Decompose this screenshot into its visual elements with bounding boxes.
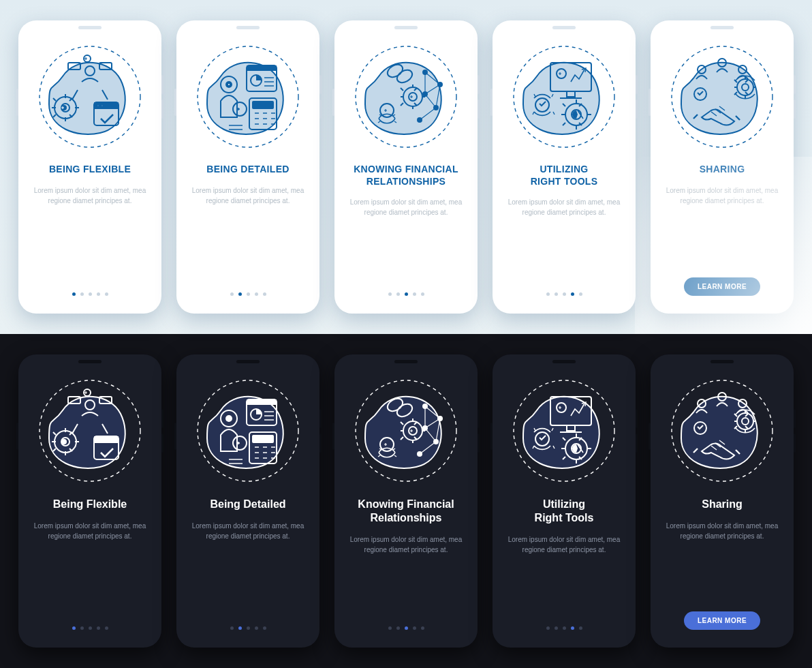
slide-title: BEING FLEXIBLE: [49, 164, 131, 176]
pagination-dot[interactable]: [105, 292, 108, 296]
pagination-dot[interactable]: [89, 626, 92, 630]
pagination-dot[interactable]: [421, 292, 424, 296]
tools-illustration-icon: [510, 376, 619, 485]
slide-body: Lorem ipsum dolor sit dim amet, mea regi…: [503, 197, 625, 217]
pagination-dot[interactable]: [579, 626, 582, 630]
pagination-dot[interactable]: [80, 626, 84, 630]
phone-side-button: [319, 75, 322, 94]
pagination-dot[interactable]: [563, 292, 566, 296]
svg-rect-20: [252, 101, 274, 109]
phone-side-button: [649, 89, 651, 116]
pagination-dot[interactable]: [413, 292, 416, 296]
learn-more-button[interactable]: LEARN MORE: [684, 277, 760, 296]
pagination-dot[interactable]: [546, 292, 550, 296]
slide-body: Lorem ipsum dolor sit dim amet, mea regi…: [661, 185, 783, 206]
pagination-dots: [388, 292, 424, 296]
phone-tools-light: UTILIZINGRIGHT TOOLS Lorem ipsum dolor s…: [493, 20, 636, 314]
pagination-dot[interactable]: [388, 626, 392, 630]
pagination-dot[interactable]: [255, 626, 258, 630]
phone-detailed-light: BEING DETAILED Lorem ipsum dolor sit dim…: [176, 20, 319, 314]
pagination-dot[interactable]: [72, 626, 76, 630]
pagination-dot[interactable]: [563, 626, 566, 630]
phone-side-button: [794, 409, 796, 428]
pagination-dots: [72, 292, 108, 296]
phone-side-button: [174, 423, 176, 450]
relationships-illustration-icon: [352, 376, 460, 485]
svg-point-58: [102, 439, 104, 441]
pagination-dot[interactable]: [405, 292, 408, 296]
phone-notch: [236, 360, 260, 363]
pagination-dot[interactable]: [97, 626, 100, 630]
pagination-dot[interactable]: [263, 292, 266, 296]
pagination-dot[interactable]: [89, 292, 92, 296]
pagination-dot[interactable]: [555, 626, 558, 630]
pagination-dot[interactable]: [238, 626, 242, 630]
svg-point-10: [97, 105, 99, 107]
phone-side-button: [161, 75, 163, 94]
phone-notch: [710, 360, 734, 363]
pagination-dot[interactable]: [571, 292, 574, 296]
phone-tools-dark: UtilizingRight Tools Lorem ipsum dolor s…: [493, 354, 636, 648]
pagination-dot[interactable]: [396, 292, 400, 296]
slide-body: Lorem ipsum dolor sit dim amet, mea regi…: [345, 197, 467, 217]
pagination-dot[interactable]: [105, 626, 108, 630]
pagination-dot[interactable]: [80, 292, 84, 296]
phone-side-button: [478, 434, 480, 453]
pagination-dot[interactable]: [396, 626, 400, 630]
phone-relationships-dark: Knowing FinancialRelationships Lorem ips…: [334, 354, 478, 648]
phone-flexible-light: BEING FLEXIBLE Lorem ipsum dolor sit dim…: [18, 20, 161, 314]
pagination-dot[interactable]: [388, 292, 392, 296]
phone-side-button: [636, 409, 638, 428]
learn-more-button[interactable]: LEARN MORE: [684, 611, 760, 630]
svg-point-57: [97, 439, 99, 441]
phone-notch: [78, 26, 102, 29]
pagination-dots: [388, 626, 424, 630]
svg-rect-67: [252, 435, 274, 443]
pagination-dots: [230, 626, 266, 630]
phone-side-button: [319, 100, 322, 119]
pagination-dot[interactable]: [230, 292, 234, 296]
phone-side-button: [636, 434, 638, 453]
svg-point-62: [228, 417, 230, 420]
pagination-dot[interactable]: [546, 626, 550, 630]
pagination-dot[interactable]: [72, 292, 76, 296]
pagination-dot[interactable]: [571, 626, 574, 630]
pagination-dots: [546, 292, 582, 296]
slide-body: Lorem ipsum dolor sit dim amet, mea regi…: [187, 185, 309, 206]
phone-side-button: [161, 409, 163, 428]
slide-title: UTILIZINGRIGHT TOOLS: [531, 164, 598, 187]
phone-side-button: [319, 409, 322, 428]
pagination-dot[interactable]: [555, 292, 558, 296]
pagination-dot[interactable]: [405, 626, 408, 630]
pagination-dots: [72, 626, 108, 630]
pagination-dot[interactable]: [247, 626, 250, 630]
slide-title: Sharing: [702, 498, 743, 511]
phone-side-button: [636, 100, 638, 119]
slide-body: Lorem ipsum dolor sit dim amet, mea regi…: [29, 521, 151, 541]
pagination-dot[interactable]: [263, 626, 266, 630]
pagination-dot[interactable]: [230, 626, 234, 630]
phone-side-button: [478, 75, 480, 94]
pagination-dots: [546, 626, 582, 630]
phone-notch: [552, 360, 576, 363]
slide-title: Being Detailed: [210, 498, 285, 511]
relationships-illustration-icon: [352, 42, 460, 151]
slide-title: Knowing FinancialRelationships: [358, 498, 454, 525]
phone-side-button: [636, 75, 638, 94]
phone-side-button: [478, 100, 480, 119]
pagination-dot[interactable]: [255, 292, 258, 296]
phone-side-button: [16, 89, 18, 116]
flexible-illustration-icon: [35, 376, 144, 485]
pagination-dot[interactable]: [413, 626, 416, 630]
flexible-illustration-icon: [35, 42, 144, 151]
pagination-dot[interactable]: [421, 626, 424, 630]
pagination-dot[interactable]: [247, 292, 250, 296]
pagination-dot[interactable]: [238, 292, 242, 296]
slide-body: Lorem ipsum dolor sit dim amet, mea regi…: [29, 185, 151, 206]
pagination-dot[interactable]: [97, 292, 100, 296]
sharing-illustration-icon: [668, 42, 777, 151]
detailed-illustration-icon: [193, 42, 302, 151]
phone-side-button: [332, 89, 334, 116]
phone-relationships-light: KNOWING FINANCIALRELATIONSHIPS Lorem ips…: [334, 20, 478, 314]
pagination-dot[interactable]: [579, 292, 582, 296]
